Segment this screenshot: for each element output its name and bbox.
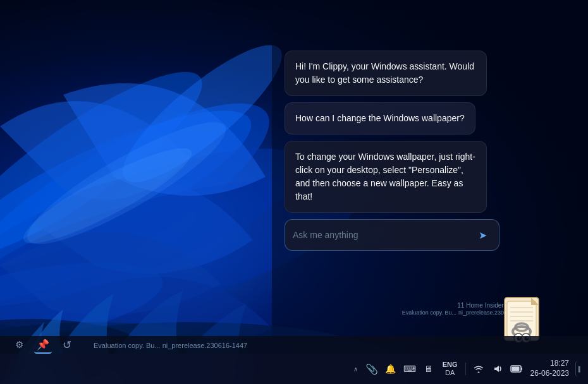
show-desktop-icon: ▌	[579, 366, 582, 372]
clock-display[interactable]: 18:27 26-06-2023	[528, 357, 572, 380]
status-settings-button[interactable]: ⚙	[10, 336, 28, 354]
taskbar-right: ∧ 📎 🔔 ⌨ 🖥 ENG DA	[351, 357, 583, 380]
display-tray-icon: 🖥	[424, 364, 433, 374]
send-icon: ➤	[479, 229, 487, 241]
svg-rect-30	[511, 367, 519, 371]
status-bar-icons: ⚙ 📌 ↺	[10, 336, 76, 354]
show-desktop-button[interactable]: ▌	[575, 361, 583, 376]
clippy-tray-icon: 📎	[365, 363, 378, 375]
tray-display-icon[interactable]: 🖥	[421, 361, 436, 376]
wifi-svg	[474, 364, 484, 373]
tray-alert-icon[interactable]: 🔔	[383, 361, 398, 376]
status-pin-button[interactable]: 📌	[34, 336, 52, 354]
chat-bubble-1: Hi! I'm Clippy, your Windows assistant. …	[285, 51, 487, 96]
language-indicator[interactable]: ENG DA	[440, 359, 460, 378]
refresh-icon: ↺	[63, 339, 71, 352]
tray-keyboard-icon[interactable]: ⌨	[402, 361, 417, 376]
taskbar: ∧ 📎 🔔 ⌨ 🖥 ENG DA	[0, 354, 588, 384]
status-refresh-button[interactable]: ↺	[58, 336, 76, 354]
time-display: 18:27	[550, 359, 569, 369]
tray-speaker-icon[interactable]	[490, 361, 505, 376]
tray-battery-icon[interactable]	[509, 361, 524, 376]
tray-separator	[465, 363, 466, 375]
chat-input-area: ➤	[285, 219, 499, 251]
chat-panel: Hi! I'm Clippy, your Windows assistant. …	[285, 51, 499, 251]
lang-line1: ENG	[443, 361, 458, 369]
settings-icon: ⚙	[15, 339, 23, 351]
date-display: 26-06-2023	[530, 369, 569, 379]
speaker-svg	[493, 364, 503, 373]
chat-bubble-1-text: Hi! I'm Clippy, your Windows assistant. …	[295, 61, 474, 85]
chat-bubble-2: How can I change the Windows wallpaper?	[285, 102, 475, 135]
lang-line2: DA	[445, 369, 455, 377]
chat-input[interactable]	[293, 230, 469, 240]
pin-icon: 📌	[37, 339, 49, 351]
send-button[interactable]: ➤	[474, 226, 491, 244]
tray-clippy-icon[interactable]: 📎	[364, 361, 379, 376]
chat-bubble-2-text: How can I change the Windows wallpaper?	[295, 113, 465, 123]
svg-rect-31	[521, 368, 522, 370]
keyboard-tray-icon: ⌨	[403, 364, 416, 374]
status-bar-content: ⚙ 📌 ↺ Evaluation copy. Bu... ni_prerelea…	[10, 336, 578, 354]
status-eval-text: Evaluation copy. Bu... ni_prerelease.230…	[86, 339, 578, 351]
chevron-up-icon: ∧	[353, 366, 358, 373]
chat-bubble-3-text: To change your Windows wallpaper, just r…	[295, 152, 475, 201]
desktop: Hi! I'm Clippy, your Windows assistant. …	[0, 0, 588, 384]
battery-svg	[510, 365, 523, 373]
status-bar: ⚙ 📌 ↺ Evaluation copy. Bu... ni_prerelea…	[0, 336, 588, 354]
alert-tray-icon: 🔔	[385, 364, 396, 374]
eval-label: Evaluation copy. Bu... ni_prerelease.230…	[94, 342, 247, 349]
tray-wifi-icon[interactable]	[471, 361, 486, 376]
chat-bubble-3: To change your Windows wallpaper, just r…	[285, 141, 487, 213]
show-hidden-icons-button[interactable]: ∧	[351, 363, 360, 375]
